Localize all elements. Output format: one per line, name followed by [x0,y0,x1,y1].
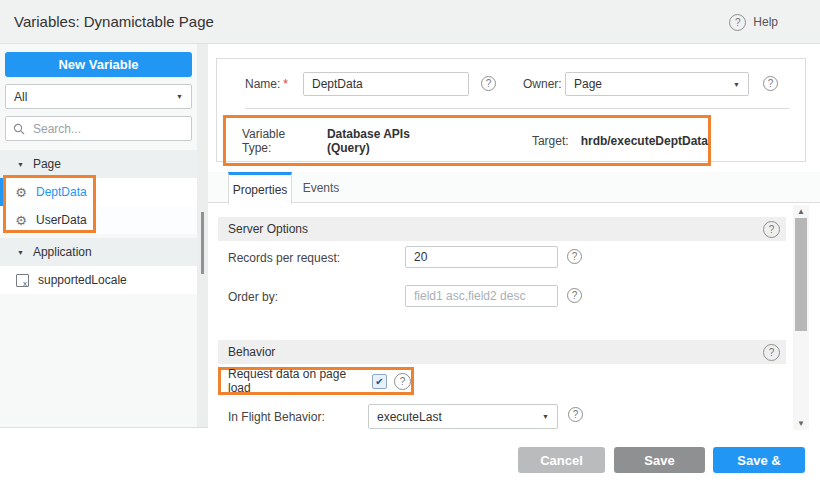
tree-section-label: Application [33,245,92,259]
owner-select[interactable]: Page ▼ [565,72,749,96]
service-variable-icon: ⚙ [14,214,28,227]
request-on-load-help-icon[interactable]: ? [394,373,411,390]
help-link[interactable]: ? Help [729,0,778,44]
owner-help-icon[interactable]: ? [763,76,778,91]
tab-label: Events [303,181,340,195]
tree-expand-icon: ▼ [17,249,24,256]
inflight-help-icon[interactable]: ? [568,407,583,422]
variable-filter-select[interactable]: All ▼ [5,84,192,109]
inflight-behavior-label: In Flight Behavior: [228,410,325,424]
inflight-behavior-select[interactable]: executeLast ▼ [368,404,558,429]
check-icon: ✔ [375,376,383,387]
order-by-label: Order by: [228,290,278,304]
tree-section-application[interactable]: ▼ Application [0,238,197,266]
tree-item-label: UserData [36,213,87,227]
sidebar-scrollbar[interactable] [197,44,208,428]
behavior-header: Behavior ? [218,340,786,364]
request-on-load-checkbox[interactable]: ✔ [372,374,387,389]
target-label: Target: [532,134,569,148]
save-and-close-button[interactable]: Save & Close [713,447,805,473]
new-variable-button[interactable]: New Variable [5,52,192,77]
cancel-button[interactable]: Cancel [518,447,605,473]
section-title: Server Options [228,222,308,236]
highlight-box-variable-type: Variable Type: Database APIs (Query) Tar… [223,115,711,166]
records-per-request-field[interactable] [405,246,558,268]
section-title: Behavior [228,345,275,359]
variable-type-label: Variable Type: [242,127,313,155]
tree-item-label: supportedLocale [38,273,127,287]
tree-item-deptdata[interactable]: ⚙ DeptData [0,178,197,206]
name-field[interactable] [303,72,469,96]
variable-filter-value: All [14,90,27,104]
tab-events[interactable]: Events [292,172,350,203]
save-button[interactable]: Save [614,447,705,473]
sidebar-scrollbar-thumb[interactable] [201,212,204,274]
order-by-help-icon[interactable]: ? [567,288,582,303]
scroll-down-icon[interactable]: ▼ [793,419,809,428]
records-per-request-label: Records per request: [228,251,340,265]
tree-item-label: DeptData [36,185,87,199]
variables-sidebar: New Variable All ▼ ▼ Page ⚙ DeptData ⚙ U… [0,44,197,428]
tree-section-page[interactable]: ▼ Page [0,150,197,178]
properties-scrollbar[interactable]: ▲ ▼ [793,205,809,430]
locale-variable-icon: x [16,274,29,287]
help-label: Help [753,15,778,29]
inflight-behavior-value: executeLast [377,410,442,424]
properties-scrollbar-thumb[interactable] [795,218,807,331]
panel-divider [245,108,789,109]
variable-summary-panel: Name: * ? Owner: * Page ▼ ? Variable Typ… [216,58,806,162]
tree-item-userdata[interactable]: ⚙ UserData [0,206,197,234]
server-options-help-icon[interactable]: ? [763,221,780,238]
name-help-icon[interactable]: ? [481,76,496,91]
page-title: Variables: Dynamictable Page [14,0,214,44]
name-label: Name: [245,77,280,91]
records-help-icon[interactable]: ? [567,249,582,264]
search-icon [13,123,25,135]
owner-value: Page [574,77,602,91]
tree-item-supportedlocale[interactable]: x supportedLocale [0,266,197,294]
help-question-icon: ? [729,14,746,31]
server-options-header: Server Options ? [218,217,786,241]
variable-type-value: Database APIs (Query) [327,127,448,155]
tree-section-label: Page [33,157,61,171]
chevron-down-icon: ▼ [176,93,183,100]
required-marker: * [283,77,288,91]
chevron-down-icon: ▼ [542,413,549,420]
highlight-box-request-on-load: Request data on page load ✔ ? [218,367,414,395]
request-on-load-label: Request data on page load [228,367,365,395]
target-value: hrdb/executeDeptData [581,134,708,148]
footer-bar: Cancel Save Save & Close [0,430,820,488]
order-by-field[interactable] [405,285,558,307]
tab-label: Properties [233,183,288,197]
owner-label: Owner: [523,77,562,91]
behavior-help-icon[interactable]: ? [763,344,780,361]
variable-search[interactable] [5,116,192,141]
tab-properties[interactable]: Properties [228,172,292,204]
scroll-up-icon[interactable]: ▲ [793,207,809,216]
search-input[interactable] [31,121,184,137]
chevron-down-icon: ▼ [733,81,740,88]
service-variable-icon: ⚙ [14,186,28,199]
tree-expand-icon: ▼ [17,161,24,168]
selected-item-indicator [0,178,3,206]
